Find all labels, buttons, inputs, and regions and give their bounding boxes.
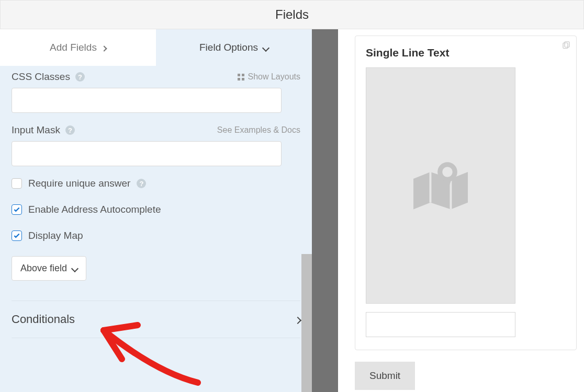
input-mask-label-wrap: Input Mask ? (12, 124, 75, 136)
preview-field-title: Single Line Text (366, 47, 566, 59)
css-classes-input[interactable] (12, 88, 282, 113)
preview-text-input[interactable] (366, 312, 515, 337)
conditionals-section[interactable]: Conditionals (12, 301, 300, 338)
help-icon[interactable]: ? (75, 72, 85, 82)
display-map-label: Display Map (28, 230, 83, 241)
svg-rect-0 (563, 43, 568, 49)
display-map-checkbox[interactable] (12, 230, 22, 241)
css-classes-row: CSS Classes ? Show Layouts (12, 71, 300, 113)
svg-rect-1 (565, 42, 569, 48)
enable-autocomplete-label: Enable Address Autocomplete (28, 204, 161, 215)
gutter (312, 29, 338, 392)
map-position-value: Above field (20, 263, 67, 274)
css-classes-label: CSS Classes (12, 71, 70, 83)
css-classes-label-wrap: CSS Classes ? (12, 71, 85, 83)
svg-point-2 (440, 165, 455, 180)
main-area: Add Fields Field Options CSS Classes ? S… (0, 29, 584, 392)
copy-icon[interactable] (561, 41, 571, 51)
scrollbar[interactable] (301, 254, 312, 392)
input-mask-input[interactable] (12, 141, 282, 166)
map-position-select[interactable]: Above field (12, 256, 86, 281)
tabs: Add Fields Field Options (0, 29, 312, 66)
examples-docs-link[interactable]: See Examples & Docs (217, 125, 300, 135)
enable-autocomplete-checkbox[interactable] (12, 204, 22, 215)
display-map-row: Display Map (12, 230, 300, 241)
help-icon[interactable]: ? (65, 125, 75, 135)
help-icon[interactable]: ? (137, 179, 146, 188)
preview-panel: Single Line Text Submit (338, 29, 584, 392)
divider (12, 338, 300, 338)
options-body: CSS Classes ? Show Layouts Input Mask ? (0, 66, 312, 392)
page-title: Fields (275, 7, 309, 22)
chevron-down-icon (72, 263, 77, 274)
tab-field-options-label: Field Options (199, 42, 258, 53)
show-layouts-link[interactable]: Show Layouts (238, 72, 300, 82)
require-unique-label: Require unique answer (28, 178, 130, 189)
show-layouts-label: Show Layouts (248, 72, 300, 82)
require-unique-row: Require unique answer ? (12, 178, 300, 189)
input-mask-label: Input Mask (12, 124, 60, 136)
input-mask-row: Input Mask ? See Examples & Docs (12, 124, 300, 166)
map-placeholder (366, 67, 515, 304)
chevron-right-icon (102, 42, 106, 53)
tab-field-options[interactable]: Field Options (156, 29, 312, 66)
conditionals-label: Conditionals (12, 313, 75, 326)
grid-icon (238, 74, 244, 80)
page-header: Fields (0, 0, 584, 29)
chevron-down-icon (263, 42, 268, 53)
submit-button-label: Submit (369, 370, 400, 381)
map-icon (407, 152, 475, 220)
tab-add-fields[interactable]: Add Fields (0, 29, 156, 66)
require-unique-checkbox[interactable] (12, 178, 22, 189)
enable-autocomplete-row: Enable Address Autocomplete (12, 204, 300, 215)
chevron-right-icon (295, 313, 300, 326)
left-panel: Add Fields Field Options CSS Classes ? S… (0, 29, 312, 392)
submit-button[interactable]: Submit (355, 362, 415, 390)
preview-field-card[interactable]: Single Line Text (355, 36, 577, 350)
examples-docs-label: See Examples & Docs (217, 125, 300, 135)
tab-add-fields-label: Add Fields (50, 42, 97, 53)
